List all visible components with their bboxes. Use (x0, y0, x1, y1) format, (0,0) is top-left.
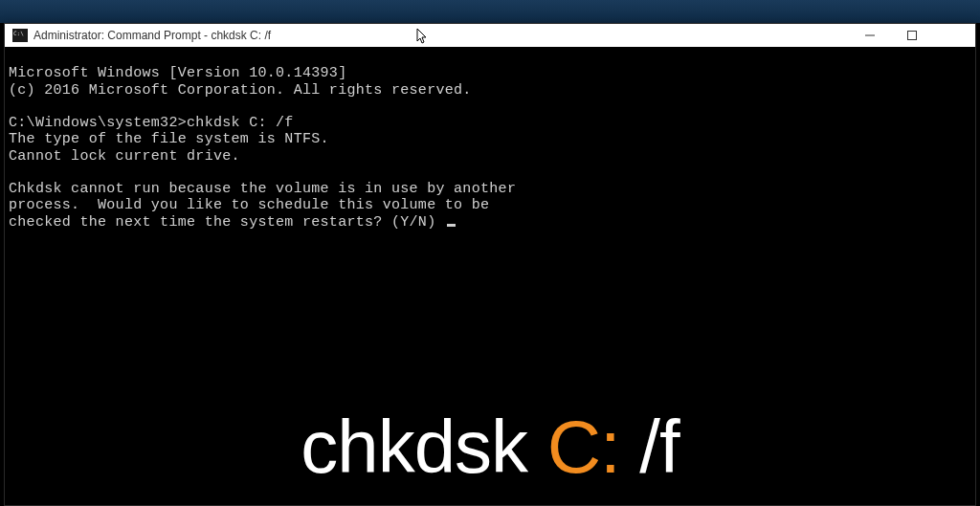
overlay-caption: chkdsk C: /f (0, 404, 980, 491)
window-titlebar[interactable]: Administrator: Command Prompt - chkdsk C… (5, 24, 975, 47)
terminal-line: The type of the file system is NTFS. (9, 131, 329, 147)
window-title: Administrator: Command Prompt - chkdsk C… (33, 29, 271, 42)
cmd-icon (12, 29, 28, 42)
terminal-line: checked the next time the system restart… (9, 214, 456, 231)
desktop-topbar (0, 0, 980, 23)
minimize-button[interactable] (849, 24, 891, 47)
maximize-button[interactable] (891, 24, 933, 47)
terminal-line: Chkdsk cannot run because the volume is … (9, 181, 516, 197)
terminal-prompt: C:\Windows\system32>chkdsk C: /f (9, 115, 294, 131)
terminal-line: Microsoft Windows [Version 10.0.14393] (9, 65, 346, 81)
terminal-line: process. Would you like to schedule this… (9, 197, 489, 213)
terminal-line: (c) 2016 Microsoft Corporation. All righ… (9, 82, 472, 99)
mouse-cursor-icon (416, 28, 430, 48)
prompt-command: chkdsk C: /f (187, 115, 294, 131)
caption-part3: /f (620, 405, 679, 489)
terminal-line: Cannot lock current drive. (9, 148, 240, 165)
caption-part1: chkdsk (301, 405, 546, 489)
prompt-path: C:\Windows\system32> (9, 115, 187, 131)
terminal-question: checked the next time the system restart… (9, 214, 445, 231)
svg-rect-1 (908, 32, 917, 40)
caption-accent: C: (547, 405, 620, 489)
text-cursor (447, 224, 456, 227)
